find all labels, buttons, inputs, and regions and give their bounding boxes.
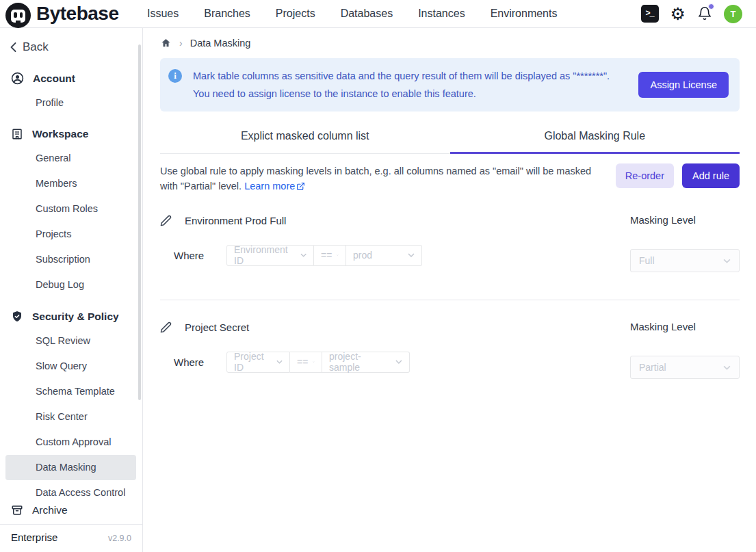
nav-item-environments[interactable]: Environments: [491, 8, 558, 20]
where-label: Where: [174, 250, 212, 261]
learn-more-link[interactable]: Learn more: [244, 181, 305, 192]
condition-field-select[interactable]: Environment ID: [226, 245, 314, 266]
breadcrumb-current: Data Masking: [190, 38, 251, 49]
notification-dot: [708, 3, 714, 10]
chevron-down-icon: [300, 253, 307, 257]
sidebar-item-risk-center[interactable]: Risk Center: [5, 404, 136, 430]
gear-icon[interactable]: ⚙: [670, 5, 686, 23]
user-icon: [11, 72, 24, 85]
main-nav: Issues Branches Projects Databases Insta…: [147, 8, 557, 20]
where-label: Where: [174, 356, 212, 368]
nav-item-projects[interactable]: Projects: [276, 8, 315, 20]
masking-level-select[interactable]: Partial: [630, 356, 740, 379]
shield-icon: [11, 310, 23, 323]
rule-title: Environment Prod Full: [185, 215, 286, 226]
archive-label: Archive: [32, 504, 68, 516]
sidebar-item-custom-approval[interactable]: Custom Approval: [5, 430, 136, 455]
building-icon: [11, 128, 23, 140]
condition-value-select[interactable]: project-sample: [322, 352, 410, 373]
sidebar-item-archive[interactable]: Archive: [0, 498, 142, 524]
back-label: Back: [23, 40, 49, 54]
masking-level-select[interactable]: Full: [630, 249, 740, 272]
sidebar-item-schema-template[interactable]: Schema Template: [5, 379, 136, 404]
sidebar-section-security-policy: Security & Policy: [0, 304, 142, 328]
condition-operator-select[interactable]: ==: [290, 352, 322, 373]
license-info-banner: i Mark table columns as sensitive data a…: [160, 58, 740, 111]
tab-global-masking-rule[interactable]: Global Masking Rule: [450, 121, 740, 154]
sidebar-item-profile[interactable]: Profile: [5, 90, 136, 116]
sidebar-item-slow-query[interactable]: Slow Query: [5, 354, 136, 379]
masking-level-label: Masking Level: [630, 214, 696, 226]
rule-description-text: Use global rule to apply masking levels …: [160, 166, 591, 192]
section-title: Security & Policy: [32, 311, 119, 323]
plan-label: Enterprise: [11, 531, 57, 543]
masking-level-label: Masking Level: [630, 321, 696, 332]
chevron-right-icon: ›: [179, 38, 183, 49]
masking-rule-card: Environment Prod Full Masking Level Wher…: [160, 194, 740, 300]
chevron-left-icon: [10, 42, 17, 53]
brand-name: Bytebase: [36, 3, 119, 25]
top-navbar: Bytebase Issues Branches Projects Databa…: [0, 0, 756, 28]
pencil-edit-icon[interactable]: [160, 321, 172, 333]
breadcrumb: › Data Masking: [144, 28, 756, 53]
sidebar-item-sql-review[interactable]: SQL Review: [5, 328, 136, 354]
chevron-down-icon: [723, 365, 731, 370]
sql-editor-terminal-icon[interactable]: >_: [641, 5, 659, 23]
chevron-down-icon: [723, 259, 731, 263]
main-content: › Data Masking i Mark table columns as s…: [144, 28, 756, 552]
bytebase-logo[interactable]: Bytebase: [0, 0, 140, 28]
chevron-down-icon: [276, 360, 283, 364]
notifications-button[interactable]: [697, 5, 712, 22]
section-title: Workspace: [32, 128, 88, 140]
condition-field-select[interactable]: Project ID: [226, 352, 290, 373]
avatar[interactable]: T: [724, 5, 742, 23]
sidebar-item-members[interactable]: Members: [5, 171, 136, 196]
sidebar-item-data-masking[interactable]: Data Masking: [5, 455, 136, 480]
rule-toolbar: Use global rule to apply masking levels …: [160, 163, 740, 194]
banner-line-2: You need to assign license to the instan…: [193, 85, 627, 103]
section-title: Account: [33, 73, 75, 85]
reorder-button[interactable]: Re-order: [616, 163, 674, 188]
nav-item-instances[interactable]: Instances: [418, 8, 465, 20]
chevron-down-icon: [395, 360, 402, 364]
chevron-down-icon: [408, 253, 415, 257]
tab-explicit-masked-column-list[interactable]: Explict masked column list: [160, 121, 450, 154]
sidebar-section-workspace: Workspace: [0, 122, 142, 146]
add-rule-button[interactable]: Add rule: [682, 163, 740, 188]
sidebar-item-data-access-control[interactable]: Data Access Control: [5, 480, 136, 498]
nav-item-issues[interactable]: Issues: [147, 8, 179, 20]
sidebar-item-general[interactable]: General: [5, 146, 136, 171]
back-button[interactable]: Back: [0, 28, 142, 60]
sidebar-section-account: Account: [0, 66, 142, 90]
pencil-edit-icon[interactable]: [160, 215, 172, 226]
sidebar-item-subscription[interactable]: Subscription: [5, 247, 136, 272]
condition-operator-select[interactable]: ==: [314, 245, 346, 266]
assign-license-button[interactable]: Assign License: [638, 72, 729, 98]
home-icon[interactable]: [160, 38, 172, 49]
sidebar-footer: Enterprise v2.9.0: [0, 524, 142, 552]
masking-tabs: Explict masked column list Global Maskin…: [160, 121, 740, 154]
rule-title: Project Secret: [185, 321, 249, 333]
masking-rule-card: Project Secret Masking Level Where Proje…: [160, 300, 740, 406]
external-link-icon: [296, 182, 305, 191]
condition-expression: Project ID == project-sample: [226, 352, 410, 373]
rule-list: Environment Prod Full Masking Level Wher…: [160, 194, 740, 406]
settings-sidebar: Back Account Profile Workspace General M…: [0, 28, 143, 552]
nav-item-databases[interactable]: Databases: [341, 8, 393, 20]
info-icon: i: [168, 69, 182, 83]
chevron-down-icon: [313, 360, 315, 364]
archive-icon: [11, 504, 23, 516]
condition-value-select[interactable]: prod: [346, 245, 422, 266]
sidebar-item-debug-log[interactable]: Debug Log: [5, 272, 136, 298]
chevron-down-icon: [337, 253, 339, 257]
sidebar-item-custom-roles[interactable]: Custom Roles: [5, 196, 136, 222]
sidebar-scrollbar[interactable]: [138, 44, 141, 400]
nav-item-branches[interactable]: Branches: [204, 8, 250, 20]
version-label: v2.9.0: [108, 534, 131, 543]
banner-line-1: Mark table columns as sensitive data and…: [193, 67, 627, 85]
condition-expression: Environment ID == prod: [226, 245, 422, 266]
bytebase-logo-icon: [5, 3, 31, 28]
rule-description: Use global rule to apply masking levels …: [160, 163, 608, 194]
sidebar-item-projects[interactable]: Projects: [5, 222, 136, 247]
